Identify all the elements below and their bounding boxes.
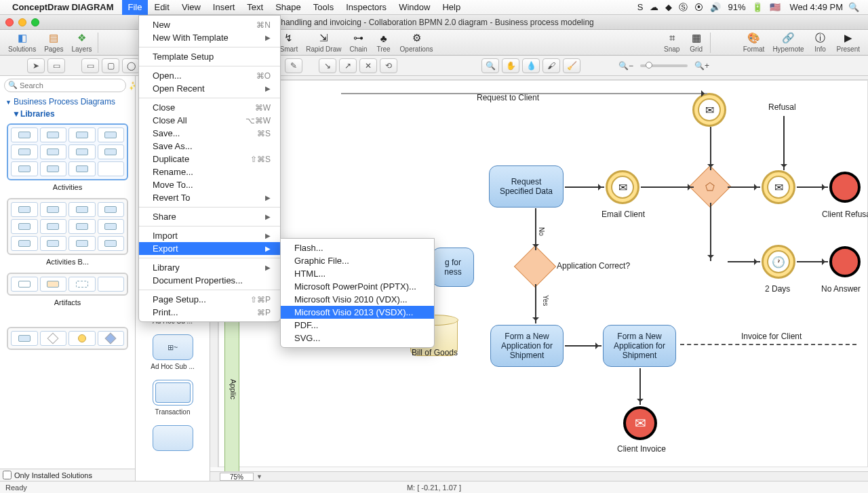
zoom-out-button[interactable]: 🔍− [617, 58, 635, 73]
file-menu-close-all[interactable]: Close All⌥⌘W [139, 114, 280, 127]
task-form-app-2[interactable]: Form a New Application for Shipment [603, 325, 676, 367]
event-email-client[interactable]: ✉ [606, 170, 639, 204]
file-menu-open-recent[interactable]: Open Recent▶ [139, 82, 280, 95]
event-message-right[interactable]: ✉ [762, 170, 795, 204]
eyedrop-tool[interactable]: 💧 [522, 58, 540, 73]
menu-insert[interactable]: Insert [207, 0, 241, 15]
event-timer[interactable]: 🕐 [762, 245, 795, 279]
zoom-percent[interactable]: 75% [220, 473, 254, 481]
connector-3[interactable]: ✕ [359, 58, 377, 73]
tool-operations[interactable]: ⚙Operations [400, 31, 433, 53]
tool-chain[interactable]: ⊶Chain [349, 31, 367, 53]
file-menu-save-as-[interactable]: Save As... [139, 140, 280, 153]
volume-icon[interactable]: 🔊 [710, 2, 721, 12]
menubar-clock[interactable]: Wed 4:49 PM [789, 2, 843, 12]
file-menu-new[interactable]: New⌘N [139, 18, 280, 31]
wifi-icon[interactable]: ⦿ [694, 2, 703, 12]
tool-tree[interactable]: ♣Tree [376, 31, 392, 53]
task-fragment[interactable]: g for ness [432, 248, 474, 287]
tool-hypernote[interactable]: 🔗Hypernote [772, 31, 804, 53]
edit-tool[interactable]: ✎ [285, 58, 302, 73]
zoom-tool[interactable]: 🔍 [481, 58, 499, 73]
only-installed-checkbox[interactable]: Only Installed Solutions [0, 469, 135, 481]
tool-smart[interactable]: ↯Smart [280, 31, 298, 53]
file-menu-new-with-template[interactable]: New With Template▶ [139, 31, 280, 44]
tool-layers[interactable]: ❖ Layers [72, 31, 92, 53]
swimlane-applic[interactable]: Applic [224, 304, 239, 474]
tree-heading[interactable]: ▼Business Process Diagrams [0, 95, 135, 109]
shape-transaction[interactable]: Transaction [136, 380, 210, 416]
lib-activities[interactable]: Activities [7, 123, 128, 191]
file-menu-document-properties-[interactable]: Document Properties... [139, 274, 280, 287]
file-menu-print-[interactable]: Print...⌘P [139, 306, 280, 319]
export-microsoft-visio-2013-vsdx-[interactable]: Microsoft Visio 2013 (VSDX)... [281, 306, 434, 319]
shape-ellipse[interactable]: ◯ [122, 58, 140, 73]
menu-file[interactable]: File [122, 0, 149, 15]
shape-adhoc-sub[interactable]: ⊞~ Ad Hoc Sub ... [136, 334, 210, 370]
task-request-data[interactable]: Request Specified Data [489, 165, 564, 208]
file-menu-export[interactable]: Export▶ [139, 242, 280, 255]
connector-1[interactable]: ↘ [319, 58, 336, 73]
spotlight-icon[interactable]: 🔍 [848, 2, 859, 12]
erase-tool[interactable]: 🧹 [563, 58, 580, 73]
event-client-refusal[interactable] [829, 172, 861, 203]
dropbox-icon[interactable]: ◆ [665, 2, 672, 12]
gateway-app-correct[interactable] [514, 245, 556, 288]
pan-tool[interactable]: ✋ [502, 58, 519, 73]
tool-snap[interactable]: ⌗Snap [664, 31, 680, 53]
file-menu-page-setup-[interactable]: Page Setup...⇧⌘P [139, 293, 280, 306]
file-menu-save-[interactable]: Save...⌘S [139, 127, 280, 140]
tool-format[interactable]: 🎨Format [743, 31, 765, 53]
format-painter[interactable]: 🖌 [542, 58, 560, 73]
tool-present[interactable]: ▶Present [837, 31, 860, 53]
connector-4[interactable]: ⟲ [380, 58, 397, 73]
shape-rect[interactable]: ▭ [81, 58, 99, 73]
marquee-tool[interactable]: ▭ [47, 58, 65, 73]
menu-view[interactable]: View [176, 0, 207, 15]
file-menu-share[interactable]: Share▶ [139, 210, 280, 223]
menu-shape[interactable]: Shape [269, 0, 307, 15]
only-installed-input[interactable] [3, 471, 12, 479]
skype-icon[interactable]: Ⓢ [679, 1, 688, 14]
export-pdf-[interactable]: PDF... [281, 319, 434, 332]
file-menu-import[interactable]: Import▶ [139, 229, 280, 242]
event-client-invoice[interactable]: ✉ [623, 406, 657, 440]
menu-text[interactable]: Text [241, 0, 269, 15]
export-flash-[interactable]: Flash... [281, 241, 434, 254]
export-graphic-file-[interactable]: Graphic File... [281, 254, 434, 267]
file-menu-close[interactable]: Close⌘W [139, 101, 280, 114]
flag-icon[interactable]: 🇺🇸 [770, 2, 781, 12]
lib-extra[interactable] [7, 327, 128, 350]
wand-icon[interactable]: ✨ [129, 81, 136, 91]
export-microsoft-powerpoint-pptx-[interactable]: Microsoft PowerPoint (PPTX)... [281, 280, 434, 293]
event-no-answer[interactable] [829, 246, 861, 277]
lib-artifacts[interactable]: Artifacts [7, 273, 128, 307]
tree-sub-libraries[interactable]: ▼Libraries [0, 109, 135, 119]
file-menu-open-[interactable]: Open...⌘O [139, 69, 280, 82]
file-menu-library[interactable]: Library▶ [139, 261, 280, 274]
zoom-window-button[interactable] [31, 18, 39, 26]
menu-window[interactable]: Window [393, 0, 436, 15]
zoom-slider[interactable] [640, 64, 688, 67]
cloud-icon[interactable]: ☁ [650, 2, 658, 12]
menu-help[interactable]: Help [436, 0, 467, 15]
close-window-button[interactable] [5, 18, 14, 26]
tool-pages[interactable]: ▤ Pages [44, 31, 63, 53]
shape-rrect[interactable]: ▢ [102, 58, 119, 73]
minimize-window-button[interactable] [18, 18, 26, 26]
app-name[interactable]: ConceptDraw DIAGRAM [12, 2, 114, 12]
menu-edit[interactable]: Edit [148, 0, 175, 15]
file-menu-move-to-[interactable]: Move To... [139, 178, 280, 191]
file-menu-template-setup[interactable]: Template Setup [139, 50, 280, 63]
file-menu-rename-[interactable]: Rename... [139, 165, 280, 178]
tool-info[interactable]: ⓘInfo [812, 31, 829, 53]
status-icon[interactable]: S [637, 2, 644, 12]
tool-rapid-draw[interactable]: ⇲Rapid Draw [306, 31, 341, 53]
lib-activities-b[interactable]: Activities B... [7, 198, 128, 266]
connector-2[interactable]: ↗ [339, 58, 357, 73]
export-html-[interactable]: HTML... [281, 267, 434, 280]
file-menu-revert-to[interactable]: Revert To▶ [139, 191, 280, 204]
menu-tools[interactable]: Tools [307, 0, 340, 15]
pointer-tool[interactable]: ➤ [27, 58, 45, 73]
export-svg-[interactable]: SVG... [281, 332, 434, 344]
